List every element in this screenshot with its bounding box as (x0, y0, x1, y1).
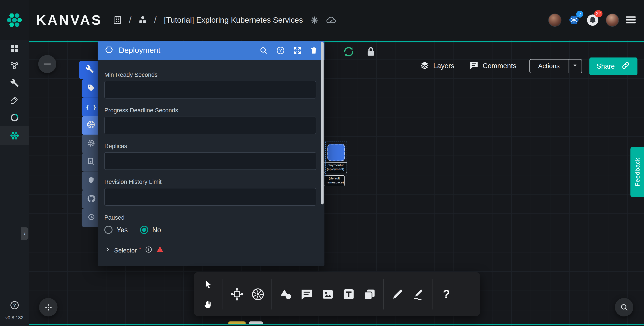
sidebar-item-dashboard[interactable] (0, 40, 29, 57)
comment-tool[interactable] (296, 283, 317, 305)
sidebar-item-design[interactable] (0, 91, 29, 109)
deployment-config-panel: Deployment ? Min Ready Seconds Progress … (98, 41, 324, 266)
comments-label: Comments (483, 62, 516, 70)
dock-divider (223, 279, 223, 309)
selector-section-toggle[interactable]: Selector * (104, 245, 316, 255)
panel-header[interactable]: Deployment ? (98, 41, 324, 60)
lock-icon[interactable] (363, 44, 379, 59)
kubernetes-tool[interactable] (247, 283, 268, 305)
expand-icon[interactable] (293, 46, 302, 55)
hexagon-icon (104, 45, 114, 56)
tab-security[interactable] (82, 172, 100, 190)
tab-kubernetes[interactable] (82, 116, 100, 135)
top-header: KANVAS / / [Tutorial] Exploring Kubernet… (0, 0, 644, 40)
select-tool[interactable] (200, 276, 216, 293)
revision-history-limit-input[interactable] (104, 188, 316, 205)
provider-badge: 2 (576, 11, 583, 17)
notifications-button[interactable]: 22 (586, 14, 599, 26)
design-mark-icon[interactable] (310, 15, 319, 24)
replicas-input[interactable] (104, 152, 316, 170)
info-icon[interactable] (145, 246, 152, 254)
tab-json[interactable]: { } (82, 98, 100, 116)
paused-no-radio[interactable]: No (140, 226, 161, 234)
node-namespace-label: (defaultnamespace) (324, 175, 344, 186)
panel-scrollbar[interactable] (321, 42, 324, 205)
annotate-tool[interactable] (408, 283, 429, 305)
kanvas-home-button[interactable] (0, 0, 29, 40)
share-button[interactable]: Share (589, 57, 637, 75)
shapes-tool[interactable] (275, 283, 296, 305)
text-tool[interactable] (338, 283, 359, 305)
sidebar-expander[interactable]: › (21, 227, 28, 240)
zoom-button[interactable] (615, 298, 633, 317)
organization-icon[interactable] (113, 15, 122, 25)
sidebar-item-lifecycle[interactable] (0, 57, 29, 74)
help-icon[interactable]: ? (10, 301, 19, 312)
field-label: Min Ready Seconds (104, 71, 316, 78)
recenter-button[interactable] (39, 298, 58, 317)
cards-tool[interactable] (359, 283, 380, 305)
comments-button[interactable]: Comments (469, 60, 516, 72)
tool-dock: ? (194, 272, 480, 316)
comments-icon (469, 60, 479, 72)
header-actions: 2 22 (548, 13, 636, 26)
tab-labels[interactable] (82, 79, 100, 98)
tab-github[interactable] (82, 190, 100, 209)
help-tool[interactable]: ? (436, 283, 457, 305)
shield-icon (87, 176, 95, 186)
design-title[interactable]: [Tutorial] Exploring Kubernetes Services (164, 15, 303, 24)
paused-yes-radio[interactable]: Yes (104, 226, 128, 234)
workspace-icon[interactable] (138, 15, 148, 25)
provider-button[interactable]: 2 (568, 14, 580, 25)
tab-history[interactable] (82, 209, 100, 227)
tab-configure[interactable] (79, 61, 100, 79)
notification-badge: 22 (594, 10, 602, 17)
sidebar-item-kanvas[interactable] (0, 126, 29, 145)
panel-body: Min Ready Seconds Progress Deadline Seco… (98, 60, 324, 255)
sync-status-icon[interactable] (341, 44, 356, 59)
help-icon[interactable]: ? (276, 46, 285, 55)
warning-icon[interactable] (156, 245, 164, 255)
tab-inspect[interactable] (82, 153, 100, 171)
panel-tab-strip: { } (79, 61, 100, 227)
media-tool[interactable] (317, 283, 338, 305)
clipped-canvas-node[interactable] (228, 321, 246, 324)
tag-icon (87, 83, 95, 93)
layers-button[interactable]: Layers (420, 60, 454, 72)
dock-divider (383, 279, 384, 309)
canvas-controls: Layers Comments Actions Share (420, 57, 637, 75)
sidebar-item-toolbox[interactable] (0, 74, 29, 92)
actions-button[interactable]: Actions (530, 59, 568, 73)
min-ready-seconds-input[interactable] (104, 81, 316, 98)
avatar[interactable] (548, 13, 561, 26)
component-tool[interactable] (226, 283, 247, 305)
brand-wordmark: KANVAS (36, 12, 102, 28)
trash-icon[interactable] (310, 46, 318, 55)
breadcrumb: / / [Tutorial] Exploring Kubernetes Serv… (113, 15, 336, 25)
header-menu-button[interactable] (626, 14, 636, 25)
panel-title: Deployment (119, 46, 160, 55)
sidebar-item-insights[interactable] (0, 109, 29, 126)
chevron-down-icon (572, 62, 578, 70)
layers-label: Layers (433, 62, 454, 70)
cloud-sync-icon[interactable] (326, 15, 336, 25)
radio-icon (104, 226, 112, 234)
actions-dropdown-button[interactable] (568, 59, 582, 73)
paused-label: Paused (104, 214, 316, 221)
avatar[interactable] (606, 13, 619, 26)
feedback-tab[interactable]: Feedback (630, 147, 644, 197)
history-icon (86, 212, 96, 223)
dock-divider (432, 279, 432, 309)
actions-label: Actions (538, 62, 560, 69)
deployment-node[interactable] (327, 144, 345, 161)
search-icon[interactable] (259, 46, 268, 55)
pan-tool[interactable] (200, 296, 216, 312)
progress-deadline-seconds-input[interactable] (104, 117, 316, 134)
feedback-label: Feedback (634, 158, 641, 186)
clipped-canvas-node[interactable] (249, 321, 263, 324)
tab-settings[interactable] (82, 135, 100, 153)
actions-split-button: Actions (530, 59, 582, 73)
canvas-menu-button[interactable] (38, 55, 56, 73)
pointer-tools (197, 276, 219, 312)
pen-tool[interactable] (387, 283, 408, 305)
